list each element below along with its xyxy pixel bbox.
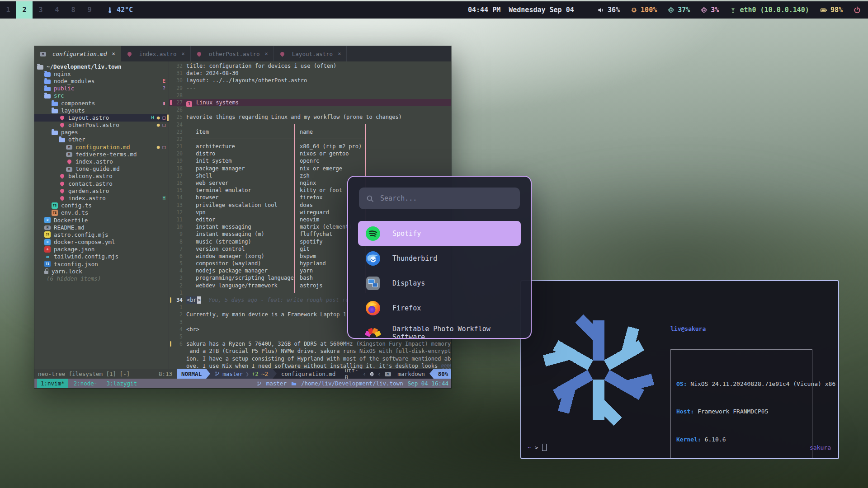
app-launcher[interactable]: Spotify Thunderbird Displays bbox=[347, 176, 532, 339]
line-number: 4 bbox=[172, 267, 186, 274]
tree-item[interactable]: tailwind.config.mjs bbox=[34, 253, 169, 260]
tmux-window[interactable]: 2:node- bbox=[70, 379, 101, 388]
tree-item[interactable]: Dockerfile bbox=[34, 216, 169, 224]
javascript-file-icon bbox=[44, 231, 51, 238]
tree-item[interactable]: public ? bbox=[34, 85, 169, 92]
editor-tab[interactable]: otherPost.astro × bbox=[191, 46, 274, 61]
tree-item[interactable]: layouts bbox=[34, 107, 169, 114]
tmux-window[interactable]: 1:nvim* bbox=[37, 379, 68, 388]
search-input[interactable] bbox=[379, 194, 513, 203]
network-module[interactable]: eth0 (10.0.0.140) bbox=[730, 6, 809, 14]
tree-item[interactable]: configuration.md ● □ bbox=[34, 143, 169, 150]
workspace-button[interactable]: 3 bbox=[33, 1, 49, 19]
tree-item[interactable]: config.ts bbox=[34, 202, 169, 209]
tab-close-icon[interactable]: × bbox=[112, 51, 115, 57]
tailwind-icon bbox=[44, 253, 51, 260]
workspace-button[interactable]: 1 bbox=[0, 1, 16, 19]
gpu-module[interactable]: 3% bbox=[701, 6, 719, 14]
volume-module[interactable]: 36% bbox=[598, 6, 620, 14]
network-icon bbox=[730, 7, 736, 14]
tree-item[interactable]: node_modules E bbox=[34, 77, 169, 84]
no-icon bbox=[37, 276, 43, 282]
tree-item[interactable]: other bbox=[34, 136, 169, 143]
search-icon bbox=[366, 195, 374, 202]
battery-module[interactable]: 98% bbox=[820, 6, 843, 14]
editor-tab[interactable]: index.astro × bbox=[121, 46, 191, 61]
line-number: 8 bbox=[172, 238, 186, 245]
tree-item[interactable]: tone-guide.md bbox=[34, 165, 169, 173]
workspace-button[interactable]: 9 bbox=[81, 1, 98, 19]
launcher-item-spotify[interactable]: Spotify bbox=[358, 221, 521, 246]
line-number: 21 bbox=[172, 143, 186, 150]
tree-item[interactable]: contact.astro bbox=[34, 180, 169, 187]
tmux-window[interactable]: 3:lazygit bbox=[103, 379, 141, 388]
tree-item[interactable]: index.astro bbox=[34, 158, 169, 165]
tree-item[interactable]: otherPost.astro ● □ bbox=[34, 122, 169, 129]
tree-item[interactable]: garden.astro bbox=[34, 187, 169, 194]
line-number: 31 bbox=[172, 70, 186, 77]
terminal-window-fastfetch[interactable]: liv@sakura OS: NixOS 24.11.20240828.71e9… bbox=[520, 280, 839, 459]
editor-line: 28 bbox=[169, 92, 451, 99]
workspace-switcher: 1 2 3 4 8 9 bbox=[0, 1, 98, 19]
open-folder-icon bbox=[37, 65, 43, 70]
fetch-info-box: OS: NixOS 24.11.20240828.71e91c4 (Vicuna… bbox=[670, 349, 812, 459]
tree-item[interactable]: nginx bbox=[34, 70, 169, 77]
editor-line: 31date: 2024-08-30 bbox=[169, 70, 451, 77]
tree-item[interactable]: yarn.lock bbox=[34, 267, 169, 275]
fetch-field: OS: NixOS 24.11.20240828.71e91c4 (Vicuna… bbox=[676, 380, 812, 388]
tsconfig-icon bbox=[44, 261, 51, 267]
tree-item[interactable]: astro.config.mjs bbox=[34, 231, 169, 238]
lualine: NORMAL master ❯ +2 ~2 configuration.md u… bbox=[177, 369, 451, 379]
gpu-chip-icon bbox=[701, 7, 708, 14]
tab-close-icon[interactable]: × bbox=[181, 51, 184, 57]
tree-item[interactable]: components ▮ bbox=[34, 99, 169, 107]
linux-penguin-icon bbox=[370, 371, 374, 377]
line-number: 22 bbox=[172, 136, 186, 143]
editor-line: 21architecturex86_64 (rip m2 pro) bbox=[169, 143, 451, 150]
gear-icon bbox=[631, 7, 637, 14]
tree-item[interactable]: env.d.ts bbox=[34, 209, 169, 216]
tree-item[interactable]: Layout.astro H ● □ bbox=[34, 114, 169, 121]
tree-item[interactable]: (6 hidden items) bbox=[34, 275, 169, 282]
tab-close-icon[interactable]: × bbox=[338, 51, 341, 57]
neotree-panel[interactable]: ~/Development/liv.town nginx bbox=[34, 61, 169, 369]
markdown-file-icon bbox=[385, 372, 391, 376]
file-type: markdown bbox=[398, 371, 425, 377]
editor-tab[interactable]: configuration.md × bbox=[34, 46, 121, 61]
workspace-button[interactable]: 2 bbox=[16, 1, 33, 19]
markdown-file-icon bbox=[44, 225, 51, 230]
editor-tab[interactable]: Layout.astro × bbox=[274, 46, 347, 61]
git-status-badges: H bbox=[162, 195, 169, 201]
thunderbird-icon bbox=[365, 251, 381, 266]
line-number: 11 bbox=[172, 216, 186, 223]
temperature-module[interactable]: 42°C bbox=[107, 6, 133, 14]
workspace-button[interactable]: 8 bbox=[65, 1, 81, 19]
launcher-searchbox[interactable] bbox=[359, 188, 520, 209]
line-number: 15 bbox=[172, 187, 186, 194]
tab-close-icon[interactable]: × bbox=[265, 51, 268, 57]
brightness-module[interactable]: 100% bbox=[631, 6, 657, 14]
line-number: 18 bbox=[172, 165, 186, 172]
tree-item[interactable]: fediverse-terms.md bbox=[34, 150, 169, 158]
status-bar: 1 2 3 4 8 9 42°C 04:44 PM Wednesday Sep … bbox=[0, 1, 868, 19]
line-number: 19 bbox=[172, 157, 186, 164]
power-module[interactable] bbox=[854, 6, 861, 14]
tree-item[interactable]: balcony.astro bbox=[34, 173, 169, 180]
tree-item[interactable]: package.json bbox=[34, 246, 169, 253]
workspace-button[interactable]: 4 bbox=[49, 1, 65, 19]
shell-prompt[interactable]: ~ > bbox=[528, 444, 547, 451]
clock-date: Wednesday Sep 04 bbox=[509, 6, 574, 14]
tree-item[interactable]: tsconfig.json bbox=[34, 260, 169, 267]
launcher-item-thunderbird[interactable]: Thunderbird bbox=[358, 246, 521, 271]
tree-item[interactable]: index.astro H bbox=[34, 194, 169, 202]
launcher-item-darktable[interactable]: Darktable Photo Workflow Software bbox=[358, 320, 521, 339]
launcher-item-displays[interactable]: Displays bbox=[358, 271, 521, 296]
tree-item[interactable]: ~/Development/liv.town bbox=[34, 63, 169, 70]
line-number: 12 bbox=[172, 209, 186, 216]
tree-item[interactable]: src bbox=[34, 92, 169, 99]
tree-item[interactable]: docker-compose.yml bbox=[34, 239, 169, 246]
tree-item[interactable]: pages bbox=[34, 129, 169, 136]
launcher-item-firefox[interactable]: Firefox bbox=[358, 296, 521, 320]
cpu-module[interactable]: 37% bbox=[668, 6, 690, 14]
tree-item[interactable]: README.md bbox=[34, 224, 169, 231]
